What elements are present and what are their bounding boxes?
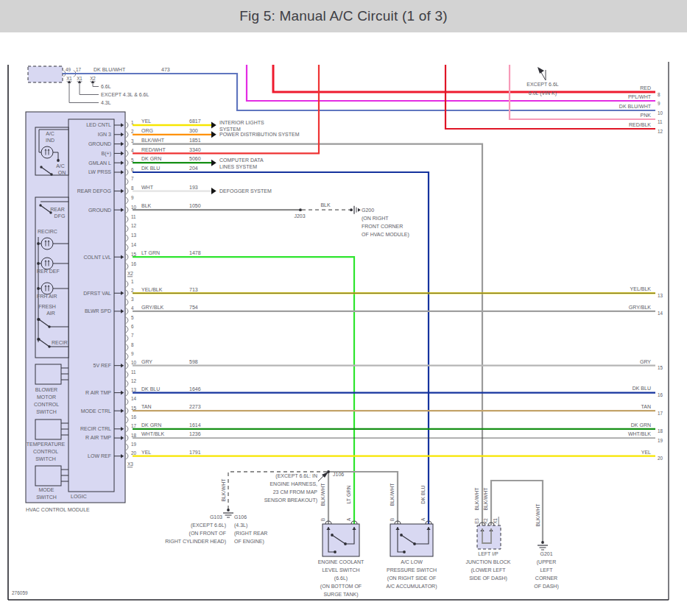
pin-connector-mark <box>126 188 128 194</box>
pin-number: 14 <box>131 396 137 401</box>
pin-signal: GMLAN L <box>88 160 111 166</box>
hvac-module-label: HVAC CONTROL MODULE <box>26 507 90 512</box>
pin-letter: A <box>420 517 426 521</box>
pin-signal: B(+) <box>102 151 111 157</box>
wire-blk-wht <box>328 472 398 524</box>
edge-wire-label: GRY <box>640 359 651 364</box>
junction-dot <box>37 318 40 321</box>
label: OF HVAC MODULE) <box>362 232 409 238</box>
pin-number: 5 <box>131 157 134 163</box>
wire-color-label: WHT/BLK <box>141 431 164 436</box>
pin-number: 10 <box>131 360 137 365</box>
pin-connector-mark <box>126 178 128 185</box>
circuit-number: 1050 <box>189 203 201 208</box>
pin-number: 4 <box>131 148 134 153</box>
label: 23 CM FROM MAP <box>273 489 318 495</box>
edge-pin-number: 12 <box>658 129 663 134</box>
junction-dot <box>39 204 41 206</box>
pin-connector-mark <box>126 389 128 396</box>
label: A/C LOW <box>401 559 423 564</box>
wire-color-label: RED/WHT <box>141 147 166 152</box>
circuit-number: 1614 <box>189 422 201 428</box>
circuit-number: 204 <box>189 166 198 171</box>
pin-signal: R AIR TMP <box>85 390 111 395</box>
label: RER DEF <box>37 269 60 274</box>
junction-dot <box>37 338 40 341</box>
label: ENGINE HARNESS, <box>269 481 317 486</box>
circuit-number: 5060 <box>189 156 201 161</box>
circuit-number: 1791 <box>189 450 201 455</box>
pin-number: 3 <box>131 138 134 144</box>
label: BLOWER <box>35 387 57 392</box>
pin-letter: A <box>346 517 351 521</box>
label: SENSOR BREAKOUT) <box>264 498 317 503</box>
pin-connector-mark <box>126 254 128 261</box>
pin-signal: REAR DEFOG <box>77 188 111 194</box>
pin-signal: GROUND <box>88 141 111 146</box>
pin-connector-mark <box>126 344 128 351</box>
wire-color-label: YEL <box>141 450 151 455</box>
pin-connector-mark <box>126 122 128 129</box>
pin-connector-mark <box>126 408 128 414</box>
label: X1 <box>77 76 82 81</box>
panel-box <box>35 197 68 358</box>
circuit-number: 1851 <box>189 138 201 143</box>
label: X2 <box>90 76 96 81</box>
label: (LOWER LEFT <box>471 567 506 573</box>
wire-color-label: DK GRN <box>141 422 161 428</box>
pin-number: 15 <box>131 252 137 257</box>
pin-connector-mark <box>126 160 128 166</box>
pin-connector-mark <box>126 131 128 138</box>
label: MOTOR <box>37 394 56 400</box>
pin-connector-mark <box>126 444 128 450</box>
label: OF ENGINE) <box>234 539 264 545</box>
pin-connector-mark <box>126 290 128 297</box>
line <box>318 475 324 481</box>
label: RECIR <box>52 340 68 345</box>
pin-number: 1 <box>131 120 134 125</box>
ground-label: G200 <box>362 208 374 213</box>
wire-color-label: WHT <box>141 185 154 190</box>
edge-wire-label: DK BLU <box>633 386 651 391</box>
pin-connector-mark <box>126 235 128 241</box>
edge-wire-label: RED <box>640 85 651 91</box>
pin-connector-mark <box>126 308 128 314</box>
edge-wire-label: TAN <box>641 404 651 409</box>
label: TEMPERATURE <box>27 442 66 447</box>
pin-connector-mark <box>126 281 128 288</box>
circuit-number: 193 <box>189 185 198 190</box>
edge-wire-label: GRY/BLK <box>629 305 652 310</box>
splice-label: J203 <box>294 213 305 219</box>
pin-number: 12 <box>131 223 137 228</box>
wire-color-label: BLK/WHT <box>141 138 165 143</box>
label: 4.3L <box>101 100 111 105</box>
label: 6.6L <box>101 84 111 89</box>
label: ON <box>58 170 66 175</box>
pin-signal: RECIR CTRL <box>80 426 111 431</box>
edge-pin-number: 15 <box>658 365 663 370</box>
arrowhead-icon <box>211 188 216 194</box>
pin-number: 6 <box>131 167 134 172</box>
circuit-number: 598 <box>189 359 198 364</box>
wire-color-label: ORG <box>141 128 153 133</box>
pin-connector-mark <box>126 362 128 369</box>
label: DEFOGGER SYSTEM <box>219 188 272 194</box>
label: FRESH <box>38 304 56 309</box>
label: 6.0L (VIN K) <box>529 91 557 96</box>
line <box>93 83 99 87</box>
circuit-number: 713 <box>189 287 198 292</box>
pin-number: 7 <box>131 176 134 181</box>
pin-number: 17 <box>131 423 137 428</box>
wire-color-label: DK GRN <box>141 156 161 161</box>
label: EXCEPT 6.6L <box>526 82 559 87</box>
pin-number: 10 <box>131 205 137 210</box>
pin-number: 13 <box>131 387 137 392</box>
pin-signal: LOW REF <box>88 453 111 459</box>
label: INTERIOR LIGHTS <box>219 120 264 125</box>
ground-label: G201 <box>540 551 552 556</box>
label: SWITCH <box>35 456 56 461</box>
pin-number: 8 <box>131 342 134 347</box>
pin-number: 11 <box>131 214 136 219</box>
pin-number: 49 <box>66 67 71 72</box>
wiring-diagram: 276059LOGICHVAC CONTROL MODULEA/CINDA/CO… <box>0 0 687 616</box>
